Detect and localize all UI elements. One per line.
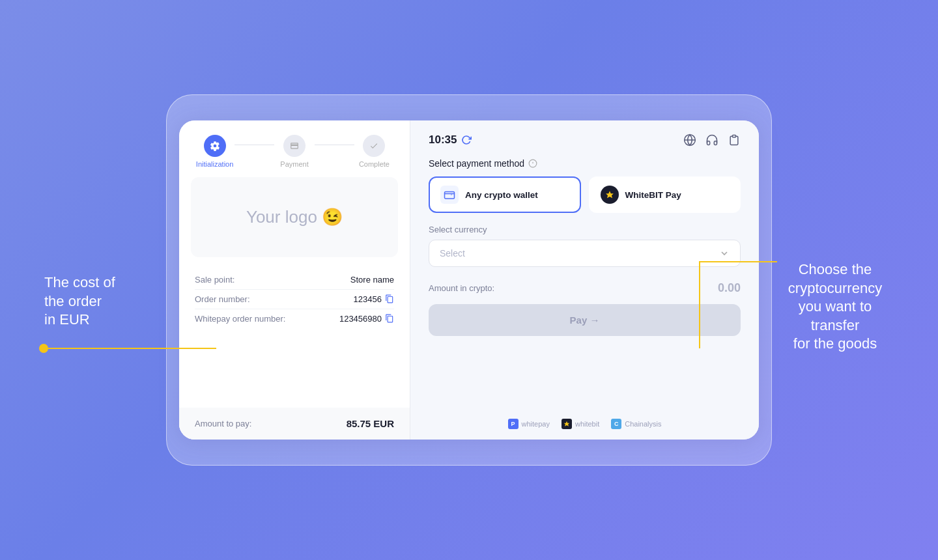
amount-in-crypto-row: Amount in crypto: 0.00 — [429, 276, 741, 304]
chevron-down-icon — [719, 248, 730, 259]
annotation-left-line3: in EUR — [44, 311, 90, 328]
crypto-wallet-label: Any crypto wallet — [465, 190, 538, 200]
amount-to-pay-label: Amount to pay: — [195, 419, 251, 428]
chainalysis-logo-label: Chainalysis — [625, 420, 661, 428]
order-label-sale-point: Sale point: — [195, 275, 234, 285]
payment-btn-whitebit-pay[interactable]: WhiteBIT Pay — [589, 176, 741, 213]
whitebit-logo-label: whitebit — [575, 420, 599, 428]
amount-to-pay-value: 85.75 EUR — [347, 418, 394, 429]
logo-text: Your logo 😉 — [246, 207, 343, 227]
footer-logo-whitepay: P whitepay — [508, 419, 550, 429]
step-payment: Payment — [274, 135, 314, 168]
right-panel: 10:35 — [410, 120, 759, 440]
amount-row: Amount to pay: 85.75 EUR — [179, 408, 410, 440]
annotation-line-right-vert — [699, 261, 700, 348]
currency-select-dropdown[interactable]: Select — [429, 240, 741, 267]
step-initialization: Initialization — [195, 135, 234, 168]
annotation-right-line2: cryptocurrency — [788, 280, 882, 296]
footer-logos: P whitepay whitebit C Chainalysis — [429, 419, 741, 429]
payment-methods: Any crypto wallet WhiteBIT Pay — [429, 176, 741, 213]
pay-button[interactable]: Pay → — [429, 304, 741, 336]
order-row-whitepay-number: Whitepay order number: 123456980 — [195, 309, 394, 328]
annotation-left-line2: the order — [44, 293, 102, 309]
annotation-right-line4: transfer — [811, 317, 860, 333]
payment-method-label: Select payment method — [429, 158, 524, 169]
time-area: 10:35 — [429, 133, 472, 147]
whitebit-pay-icon — [601, 186, 619, 204]
step-icon-initialization — [204, 135, 226, 157]
logo-area: Your logo 😉 — [191, 177, 398, 257]
left-panel: Initialization Payment — [179, 120, 410, 440]
step-label-complete: Complete — [359, 160, 390, 168]
select-currency-label: Select currency — [429, 225, 741, 234]
annotation-left-line1: The cost of — [44, 274, 115, 290]
order-label-whitepay-number: Whitepay order number: — [195, 314, 285, 324]
order-value-sale-point: Store name — [350, 275, 394, 285]
order-row-sale-point: Sale point: Store name — [195, 270, 394, 290]
device-inner: Initialization Payment — [179, 120, 759, 440]
whitebit-logo-icon — [561, 419, 572, 429]
step-label-payment: Payment — [280, 160, 308, 168]
whitepay-logo-icon: P — [508, 419, 519, 429]
svg-rect-6 — [445, 192, 455, 199]
pay-button-label: Pay → — [570, 315, 600, 326]
step-connector-2 — [315, 145, 354, 146]
time-display: 10:35 — [429, 133, 457, 147]
top-icons — [683, 133, 741, 147]
svg-rect-2 — [733, 135, 736, 137]
footer-logo-whitebit: whitebit — [561, 419, 599, 429]
order-row-order-number: Order number: 123456 — [195, 290, 394, 309]
top-bar: 10:35 — [429, 133, 741, 147]
step-label-initialization: Initialization — [196, 160, 233, 168]
svg-marker-8 — [564, 421, 569, 427]
step-icon-complete — [363, 135, 385, 157]
order-value-order-number: 123456 — [354, 294, 394, 304]
annotation-right-line1: Choose the — [799, 261, 872, 277]
info-icon — [528, 159, 537, 168]
footer-logo-chainalysis: C Chainalysis — [611, 419, 661, 429]
payment-btn-crypto-wallet[interactable]: Any crypto wallet — [429, 176, 581, 213]
whitepay-logo-label: whitepay — [522, 420, 550, 428]
chainalysis-logo-icon: C — [611, 419, 621, 429]
headphones-icon[interactable] — [705, 133, 718, 147]
globe-icon[interactable] — [683, 133, 696, 147]
step-complete: Complete — [354, 135, 394, 168]
annotation-right-line5: for the goods — [793, 335, 877, 352]
refresh-icon[interactable] — [461, 135, 472, 145]
annotation-right-line3: you want to — [799, 298, 872, 315]
annotation-line-left — [48, 348, 216, 349]
currency-select-placeholder: Select — [440, 248, 465, 259]
annotation-dot — [39, 344, 48, 353]
annotation-right: Choose the cryptocurrency you want to tr… — [776, 260, 894, 354]
svg-marker-7 — [606, 191, 614, 198]
annotation-left: The cost of the order in EUR — [44, 273, 162, 329]
amount-crypto-label: Amount in crypto: — [429, 283, 494, 293]
payment-method-section-title: Select payment method — [429, 158, 741, 169]
order-value-whitepay-number: 123456980 — [339, 314, 394, 324]
annotation-line-right — [699, 261, 777, 262]
order-details: Sale point: Store name Order number: 123… — [179, 257, 410, 341]
whitebit-pay-label: WhiteBIT Pay — [625, 190, 681, 200]
step-connector-1 — [234, 145, 274, 146]
order-label-order-number: Order number: — [195, 294, 250, 304]
copy-icon-whitepay[interactable] — [385, 314, 394, 323]
crypto-wallet-icon — [440, 186, 459, 204]
step-icon-payment — [283, 135, 306, 157]
amount-crypto-value: 0.00 — [718, 281, 741, 295]
stepper: Initialization Payment — [179, 120, 410, 177]
device-frame: Initialization Payment — [166, 94, 772, 466]
clipboard-icon[interactable] — [728, 133, 741, 147]
copy-icon-order[interactable] — [385, 294, 394, 303]
